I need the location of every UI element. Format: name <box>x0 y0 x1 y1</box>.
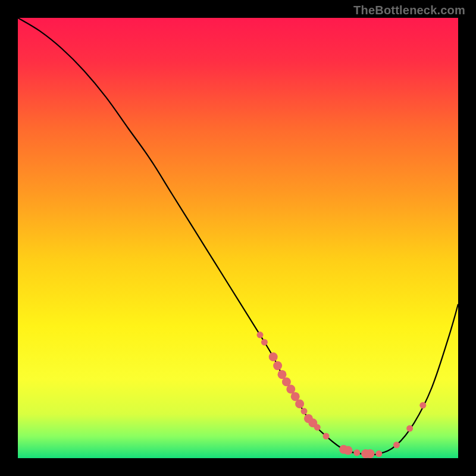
data-point <box>314 424 321 431</box>
data-point <box>353 449 360 456</box>
data-point <box>301 408 308 415</box>
data-point <box>257 331 264 338</box>
data-point <box>406 425 413 432</box>
data-point <box>344 446 353 455</box>
data-point <box>273 361 282 370</box>
chart-plot <box>18 18 458 458</box>
data-point <box>393 441 400 448</box>
chart-frame: TheBottleneck.com <box>0 0 476 476</box>
data-point <box>366 449 375 458</box>
data-point <box>323 433 330 440</box>
data-point <box>375 450 382 457</box>
data-point <box>261 339 268 346</box>
chart-svg <box>18 18 458 458</box>
data-point <box>419 402 426 409</box>
watermark-text: TheBottleneck.com <box>353 4 465 17</box>
data-point <box>295 399 304 408</box>
gradient-background <box>18 18 458 458</box>
data-point <box>269 352 278 361</box>
